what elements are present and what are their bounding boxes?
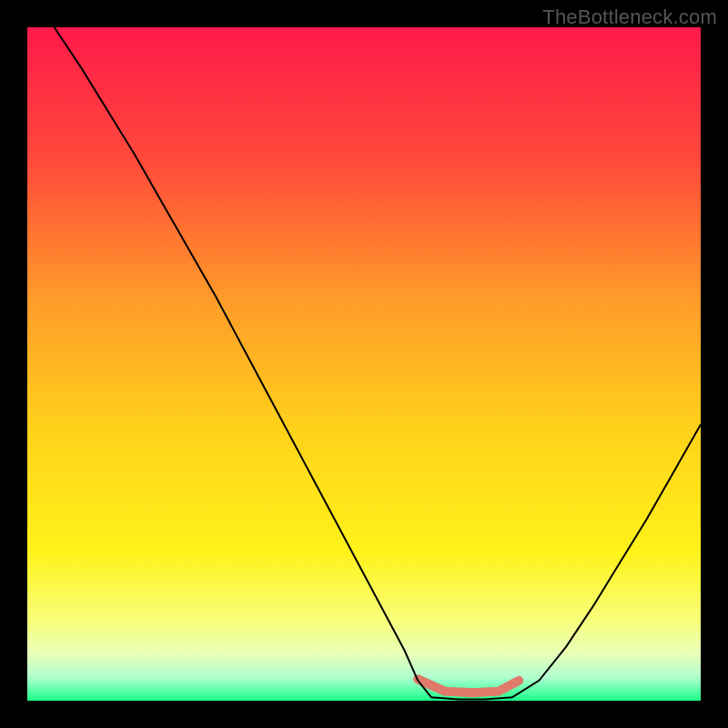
bottleneck-chart [27,27,701,701]
watermark-text: TheBottleneck.com [542,5,717,29]
gradient-background [27,27,701,701]
chart-canvas [27,27,701,701]
